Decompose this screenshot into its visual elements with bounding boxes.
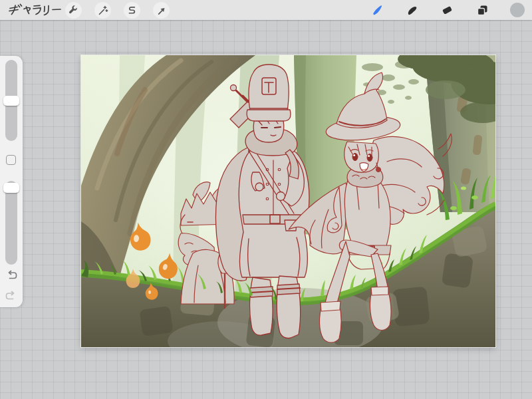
layers-button[interactable] [473, 1, 491, 19]
magic-wand-icon [97, 5, 108, 16]
color-button[interactable] [509, 1, 526, 19]
undo-button[interactable] [5, 269, 18, 282]
procreate-screen: ギャラリー [0, 0, 532, 399]
transform-button[interactable] [153, 2, 170, 19]
paint-tool-button[interactable] [368, 1, 385, 19]
wrench-icon [68, 5, 79, 16]
opacity-slider[interactable] [5, 181, 17, 265]
erase-tool-button[interactable] [438, 1, 456, 19]
actions-button[interactable] [65, 2, 82, 19]
modify-button[interactable] [6, 155, 16, 165]
selection-button[interactable] [124, 2, 140, 19]
adjustments-button[interactable] [94, 2, 111, 19]
smudge-tool-button[interactable] [403, 1, 420, 19]
artwork [81, 55, 495, 347]
layers-icon [475, 3, 489, 17]
opacity-handle[interactable] [3, 183, 19, 193]
brush-size-slider[interactable] [5, 60, 17, 141]
gallery-button[interactable]: ギャラリー [9, 3, 53, 17]
undo-icon [5, 269, 18, 282]
smudge-icon [405, 3, 418, 17]
toolbar-right-group [350, 0, 526, 20]
paintbrush-icon [370, 3, 383, 17]
canvas[interactable] [81, 55, 495, 347]
redo-button[interactable] [5, 289, 18, 303]
toolbar-left-group: ギャラリー [6, 0, 170, 20]
top-toolbar: ギャラリー [0, 0, 532, 20]
transform-arrow-icon [156, 5, 167, 16]
redo-icon [5, 289, 18, 303]
color-swatch-circle [509, 2, 525, 18]
selection-s-icon [126, 5, 138, 16]
brush-sidebar [0, 56, 23, 307]
eraser-icon [440, 3, 454, 17]
brush-size-handle[interactable] [3, 96, 19, 106]
